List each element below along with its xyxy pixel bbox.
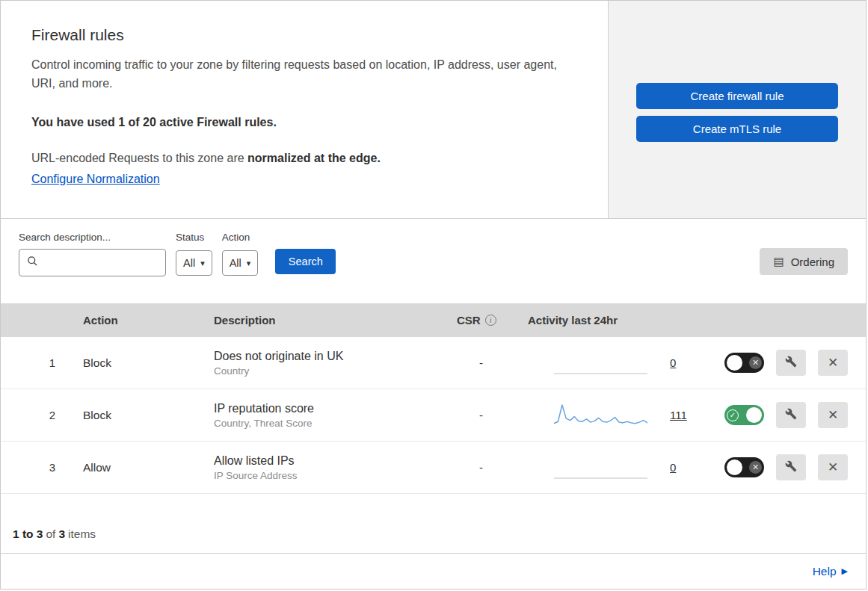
items-summary: 1 to 3 of 3 items: [1, 494, 866, 553]
toggle-knob: [727, 355, 742, 371]
rule-action: Allow: [72, 461, 203, 474]
status-select[interactable]: All ▾: [176, 250, 212, 276]
search-filter-group: Search description...: [19, 232, 166, 276]
help-bar: Help ▶: [1, 553, 866, 589]
rule-description-cell: Allow listed IPs IP Source Address: [203, 454, 446, 481]
activity-sparkline: [554, 399, 647, 429]
wrench-icon: [785, 460, 797, 474]
table-row: 1 Block Does not originate in UK Country…: [1, 337, 866, 389]
delete-rule-button[interactable]: ✕: [818, 454, 848, 480]
overview-actions: Create firewall rule Create mTLS rule: [609, 1, 866, 218]
rule-csr: -: [446, 356, 517, 369]
delete-rule-button[interactable]: ✕: [818, 402, 848, 428]
search-description-input[interactable]: [44, 256, 165, 270]
toggle-off-icon: ✕: [749, 461, 762, 474]
close-icon: ✕: [828, 355, 838, 371]
rule-priority: 2: [1, 409, 72, 421]
rule-controls: ✕ ✕: [711, 454, 866, 480]
rule-activity-cell: 0: [517, 347, 711, 380]
rule-description: Allow listed IPs: [214, 454, 446, 468]
rule-priority: 1: [1, 356, 72, 369]
rule-controls: ✓ ✕: [711, 402, 866, 428]
status-filter-group: Status All ▾: [176, 232, 212, 276]
edit-rule-button[interactable]: [776, 454, 806, 480]
page-description: Control incoming traffic to your zone by…: [31, 56, 578, 93]
search-button[interactable]: Search: [275, 249, 336, 274]
rule-activity-cell: 111: [517, 399, 711, 432]
action-value: All: [230, 257, 241, 269]
normalization-note: URL-encoded Requests to this zone are no…: [31, 152, 578, 165]
activity-sparkline-wrap: [554, 451, 647, 484]
col-description: Description: [203, 314, 446, 327]
info-icon[interactable]: i: [485, 315, 496, 326]
rule-csr: -: [446, 461, 517, 474]
chevron-down-icon: ▾: [200, 259, 205, 268]
toggle-knob: [746, 407, 762, 423]
activity-count-link[interactable]: 0: [670, 461, 676, 474]
table-row: 2 Block IP reputation score Country, Thr…: [1, 389, 866, 442]
rule-criteria: Country, Threat Score: [214, 418, 446, 429]
edit-rule-button[interactable]: [776, 402, 806, 428]
rule-description: IP reputation score: [214, 402, 446, 415]
search-box[interactable]: [19, 249, 166, 276]
ordering-button[interactable]: ▤ Ordering: [760, 248, 848, 275]
search-icon: [27, 256, 38, 270]
rule-controls: ✕ ✕: [711, 350, 866, 376]
toggle-on-icon: ✓: [727, 409, 739, 421]
ordering-list-icon: ▤: [773, 255, 784, 268]
rule-priority: 3: [1, 461, 72, 474]
rule-enabled-toggle[interactable]: ✓: [724, 405, 764, 425]
activity-count-link[interactable]: 0: [670, 356, 676, 369]
chevron-down-icon: ▾: [247, 259, 251, 268]
status-value: All: [183, 257, 195, 269]
rule-description-cell: Does not originate in UK Country: [203, 350, 446, 377]
activity-sparkline: [554, 347, 647, 377]
status-label: Status: [176, 232, 212, 243]
items-range: 1 to 3: [13, 527, 43, 541]
action-filter-group: Action All ▾: [222, 232, 259, 276]
toggle-knob: [727, 460, 742, 475]
delete-rule-button[interactable]: ✕: [818, 350, 848, 376]
toggle-off-icon: ✕: [749, 356, 762, 369]
search-label: Search description...: [19, 232, 166, 243]
activity-sparkline-wrap: [554, 347, 647, 380]
overview-text: Firewall rules Control incoming traffic …: [1, 1, 609, 218]
table-header: Action Description CSR i Activity last 2…: [1, 303, 866, 337]
rule-action: Block: [72, 356, 203, 370]
configure-normalization-link[interactable]: Configure Normalization: [31, 173, 160, 185]
usage-summary: You have used 1 of 20 active Firewall ru…: [31, 116, 578, 129]
rule-enabled-toggle[interactable]: ✕: [724, 353, 764, 373]
items-of: of: [46, 527, 55, 541]
items-word: items: [68, 527, 96, 541]
close-icon: ✕: [828, 407, 838, 423]
activity-sparkline: [554, 451, 647, 481]
rule-criteria: Country: [214, 365, 446, 377]
close-icon: ✕: [828, 460, 838, 475]
create-firewall-rule-button[interactable]: Create firewall rule: [636, 83, 838, 109]
page-title: Firewall rules: [31, 26, 578, 44]
activity-count-link[interactable]: 111: [670, 409, 687, 421]
rule-enabled-toggle[interactable]: ✕: [724, 457, 764, 477]
help-link[interactable]: Help ▶: [813, 565, 848, 578]
action-select[interactable]: All ▾: [222, 250, 259, 276]
firewall-rules-page: Firewall rules Control incoming traffic …: [0, 0, 867, 590]
rule-criteria: IP Source Address: [214, 470, 446, 481]
activity-sparkline-wrap: [554, 399, 647, 432]
col-action: Action: [72, 314, 203, 327]
filter-bar: Search description... Status All ▾ Actio…: [1, 219, 866, 303]
overview-section: Firewall rules Control incoming traffic …: [1, 1, 866, 219]
rule-description: Does not originate in UK: [214, 350, 446, 363]
col-activity: Activity last 24hr: [517, 314, 711, 327]
arrow-right-icon: ▶: [842, 566, 848, 576]
table-row: 3 Allow Allow listed IPs IP Source Addre…: [1, 442, 866, 494]
create-mtls-rule-button[interactable]: Create mTLS rule: [636, 116, 838, 142]
wrench-icon: [785, 356, 797, 370]
items-total: 3: [58, 527, 65, 541]
rule-description-cell: IP reputation score Country, Threat Scor…: [203, 402, 446, 429]
normalization-bold: normalized at the edge.: [247, 152, 381, 164]
rule-action: Block: [72, 409, 203, 422]
rule-activity-cell: 0: [517, 451, 711, 484]
rule-csr: -: [446, 409, 517, 421]
edit-rule-button[interactable]: [776, 350, 806, 376]
action-label: Action: [222, 232, 259, 243]
